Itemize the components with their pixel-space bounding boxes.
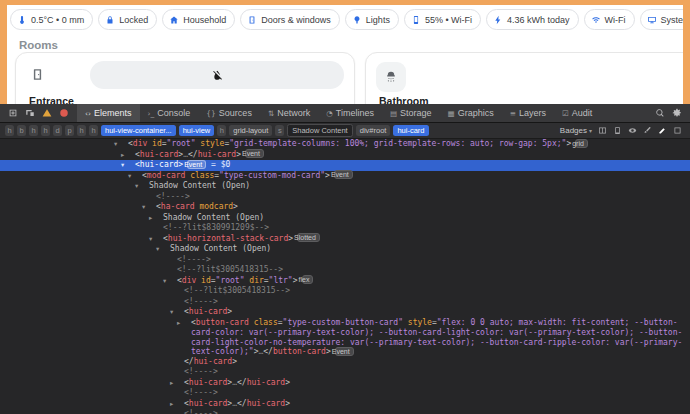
dom-node[interactable]: </hui-card> — [0, 357, 690, 368]
dom-node[interactable]: ▸<hui-card>…</hui-card> — [0, 399, 690, 410]
disclosure-open-icon[interactable]: ▾ — [170, 277, 177, 287]
bathroom-button[interactable] — [376, 62, 406, 92]
status-chips: 0.5°C • 0 mmLockedHouseholdDoors & windo… — [7, 5, 683, 30]
chip-household[interactable]: Household — [162, 9, 235, 30]
dom-node[interactable]: <!----> — [0, 297, 690, 308]
breadcrumb-d[interactable]: d — [53, 125, 62, 136]
disclosure-closed-icon[interactable]: ▸ — [184, 319, 191, 329]
dom-node[interactable]: ▾<div id="root" dir="ltr">flex — [0, 276, 690, 287]
dom-node[interactable]: ▸<hui-card>…</hui-card> — [0, 378, 690, 389]
breadcrumb-hui-view-container[interactable]: hui-view-container... — [101, 125, 176, 136]
inspect-icon[interactable] — [8, 108, 18, 118]
columns-icon[interactable] — [598, 126, 607, 135]
dom-node[interactable]: <!----> — [0, 409, 690, 414]
chip-4-36-kwh-today[interactable]: 4.36 kWh today — [486, 9, 579, 30]
room-card-entrance[interactable]: Entrance — [15, 52, 355, 104]
breadcrumb-h[interactable]: h — [217, 125, 226, 136]
dom-node[interactable]: <!--?lit$3005418315--> — [0, 286, 690, 297]
disclosure-closed-icon[interactable]: ▸ — [128, 151, 135, 161]
disclosure-closed-icon[interactable]: ▸ — [156, 214, 163, 224]
chip-55-wi-fi[interactable]: 55% • Wi-Fi — [404, 9, 481, 30]
error-icon[interactable] — [59, 108, 69, 118]
dom-node[interactable]: ▾Shadow Content (Open) — [0, 181, 690, 192]
chip-0-5-c-0-mm[interactable]: 0.5°C • 0 mm — [10, 9, 93, 30]
disclosure-open-icon[interactable]: ▾ — [149, 203, 156, 213]
dom-node-selected[interactable]: ▾<hui-card>Event= $0 — [0, 160, 690, 171]
breadcrumb-div-root[interactable]: div#root — [356, 125, 391, 136]
disclosure-open-icon[interactable]: ▾ — [156, 235, 163, 245]
entrance-control[interactable] — [90, 61, 344, 89]
search-icon[interactable] — [655, 108, 665, 118]
tab-network[interactable]: ⇅Network — [260, 104, 318, 122]
disclosure-open-icon[interactable]: ▾ — [163, 245, 170, 255]
dom-node[interactable]: ▾<mod-card class="type-custom-mod-card">… — [0, 171, 690, 182]
dom-node[interactable]: <!----> — [0, 367, 690, 378]
tab-graphics[interactable]: ▦Graphics — [440, 104, 502, 122]
tab-sources[interactable]: {}Sources — [198, 104, 260, 122]
breadcrumb-h[interactable]: h — [41, 125, 50, 136]
tab-console[interactable]: ›_Console — [140, 104, 199, 122]
chip-lights[interactable]: Lights — [345, 9, 399, 30]
dom-node[interactable]: <!--?lit$3005418315--> — [0, 265, 690, 276]
disclosure-open-icon[interactable]: ▾ — [135, 172, 142, 182]
devices-icon[interactable] — [25, 108, 35, 118]
dom-node[interactable]: ▾Shadow Content (Open) — [0, 244, 690, 255]
dom-node[interactable]: <!----> — [0, 192, 690, 203]
breadcrumb-h[interactable]: h — [5, 125, 14, 136]
disclosure-open-icon[interactable]: ▾ — [121, 140, 128, 150]
dom-node[interactable]: <!--?lit$830991209$--> — [0, 223, 690, 234]
inspector-tabbar: ‹›Elements›_Console{}Sources⇅Network◔Tim… — [0, 104, 690, 123]
crumb-action-icons — [598, 126, 685, 135]
dom-node[interactable]: ▾<ha-card modcard> — [0, 202, 690, 213]
tab-elements[interactable]: ‹›Elements — [77, 104, 140, 122]
dom-tree: ▾<div id="root" style="grid-template-col… — [0, 138, 690, 414]
disclosure-open-icon[interactable]: ▾ — [142, 182, 149, 192]
breadcrumb-h[interactable]: h — [89, 125, 98, 136]
breadcrumb-s[interactable]: s — [275, 125, 284, 136]
dom-node[interactable]: <!----> — [0, 388, 690, 399]
breadcrumb-h[interactable]: h — [77, 125, 86, 136]
disclosure-open-icon[interactable]: ▾ — [128, 161, 135, 171]
dom-node[interactable]: ▸Shadow Content (Open) — [0, 213, 690, 224]
breadcrumb-bar: hbhhdphhhui-view-container...hui-viewhgr… — [0, 123, 690, 139]
pencil-icon[interactable] — [658, 126, 667, 135]
dom-node[interactable]: ▾<hui-card> — [0, 307, 690, 318]
breadcrumb-shadow-content[interactable]: Shadow Content — [287, 124, 352, 137]
disclosure-closed-icon[interactable]: ▸ — [177, 400, 184, 410]
dom-node[interactable]: ▾<div id="root" style="grid-template-col… — [0, 139, 690, 150]
warning-icon[interactable] — [42, 108, 52, 118]
chip-system[interactable]: System — [640, 9, 683, 30]
chip-label: Lights — [366, 15, 390, 25]
breadcrumb-hui-card[interactable]: hui-card — [393, 125, 428, 136]
eye-icon[interactable] — [628, 126, 637, 135]
device-icon[interactable] — [613, 126, 622, 135]
breadcrumb-b[interactable]: b — [17, 125, 26, 136]
brush-icon[interactable] — [643, 126, 652, 135]
chip-doors-windows[interactable]: Doors & windows — [240, 9, 340, 30]
breadcrumb-p[interactable]: p — [65, 125, 74, 136]
room-card-bathroom[interactable]: Bathroom — [365, 52, 683, 104]
section-title: Rooms — [19, 39, 683, 51]
chip-label: 0.5°C • 0 mm — [31, 15, 84, 25]
dom-node[interactable]: ▾<hui-horizontal-stack-card>Slotted — [0, 234, 690, 245]
disclosure-closed-icon[interactable]: ▸ — [177, 379, 184, 389]
dom-node[interactable]: ▸<hui-card>…</hui-card>Event — [0, 150, 690, 161]
tab-layers[interactable]: ≡Layers — [502, 104, 554, 122]
chip-wi-fi[interactable]: Wi-Fi — [584, 9, 635, 30]
chip-locked[interactable]: Locked — [98, 9, 157, 30]
breadcrumb-grid-layout[interactable]: grid-layout — [229, 125, 272, 136]
settings-icon[interactable] — [672, 108, 682, 118]
door-icon — [247, 15, 257, 25]
disclosure-open-icon[interactable]: ▾ — [177, 308, 184, 318]
box-icon[interactable] — [673, 126, 682, 135]
breadcrumb-h[interactable]: h — [29, 125, 38, 136]
badges-button[interactable]: Badges ▾ — [557, 126, 595, 135]
tab-timelines[interactable]: ◔Timelines — [318, 104, 382, 122]
dom-node[interactable]: ▸<button-card class="type-custom-button-… — [0, 318, 690, 357]
tab-storage[interactable]: ▤Storage — [382, 104, 440, 122]
room-cards: Entrance Bathroom — [15, 52, 683, 104]
breadcrumb-hui-view[interactable]: hui-view — [179, 125, 215, 136]
dom-node[interactable]: <!----> — [0, 255, 690, 266]
tab-audit[interactable]: ☑Audit — [554, 104, 600, 122]
disclosure-none-icon — [177, 287, 184, 297]
